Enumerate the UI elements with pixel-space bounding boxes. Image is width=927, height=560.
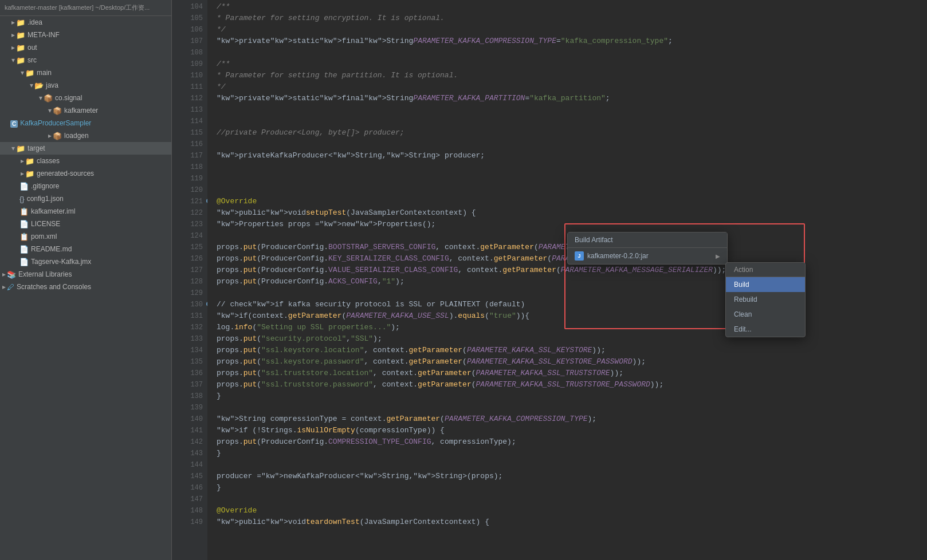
- line-number: 112: [179, 93, 203, 104]
- line-number: 142: [179, 436, 203, 448]
- out-icon: 📁: [16, 44, 25, 52]
- sidebar-item-generated-sources[interactable]: ▸📁generated-sources: [0, 167, 171, 180]
- line-number: 126: [179, 253, 203, 265]
- popup-jar-left: J kafkameter-0.2.0:jar: [575, 251, 649, 261]
- line-number: 116: [179, 139, 203, 150]
- code-area[interactable]: /** * Parameter for setting encryption. …: [207, 0, 927, 560]
- KafkaProducerSampler-label: KafkaProducerSampler: [20, 119, 91, 127]
- pom-xml-icon: 📋: [19, 232, 29, 241]
- main-icon: 📁: [25, 69, 34, 77]
- scratches-label: Scratches and Consoles: [17, 283, 91, 291]
- sidebar-item-target[interactable]: ▾📁target: [0, 142, 171, 155]
- line-number: 140: [179, 413, 203, 425]
- line-number: 127: [179, 265, 203, 276]
- sidebar-item-scratches[interactable]: ▸🖊Scratches and Consoles: [0, 281, 171, 293]
- line-number: 121: [179, 196, 203, 207]
- line-number: 106: [179, 24, 203, 36]
- code-line: "kw">private "kw">static "kw">final "kw"…: [217, 36, 927, 47]
- code-line: }: [217, 448, 927, 459]
- context-menu: Build Artifact J kafkameter-0.2.0:jar ▶ …: [567, 232, 728, 265]
- generated-sources-label: generated-sources: [37, 169, 94, 178]
- line-number: 115: [179, 127, 203, 139]
- sidebar-item-kafkameter-iml[interactable]: 📋kafkameter.iml: [0, 205, 171, 218]
- line-number: 128: [179, 276, 203, 287]
- sidebar-item-java[interactable]: ▾📂java: [0, 79, 171, 92]
- code-line: [217, 459, 927, 471]
- code-line: * Parameter for setting the partition. I…: [217, 70, 927, 81]
- sidebar-item-classes[interactable]: ▸📁classes: [0, 155, 171, 167]
- code-line: [217, 402, 927, 413]
- code-line: props.put("ssl.keystore.location", conte…: [217, 345, 927, 356]
- editor-content: 1041051061071081091101111121131141151161…: [172, 0, 927, 560]
- submenu-arrow-icon: ▶: [716, 253, 720, 259]
- gitignore-icon: 📄: [19, 182, 29, 191]
- line-number: 144: [179, 459, 203, 471]
- line-number: 123: [179, 219, 203, 230]
- sidebar-item-loadgen[interactable]: ▸📦loadgen: [0, 129, 171, 142]
- README-icon: 📄: [19, 245, 29, 254]
- sidebar-item-meta-inf[interactable]: ▸📁META-INF: [0, 29, 171, 41]
- line-number: 107: [179, 36, 203, 47]
- src-label: src: [28, 56, 37, 64]
- sidebar-item-config1[interactable]: {}config1.json: [0, 192, 171, 205]
- code-line: "kw">if(context.getParameter(PARAMETER_K…: [217, 310, 927, 322]
- sidebar-item-LICENSE[interactable]: 📄LICENSE: [0, 218, 171, 230]
- src-icon: 📁: [16, 56, 25, 65]
- out-label: out: [28, 44, 37, 52]
- line-number: 119: [179, 173, 203, 184]
- code-line: //private Producer<Long, byte[]> produce…: [217, 127, 927, 139]
- sidebar-item-Tagserve-Kafka[interactable]: 📄Tagserve-Kafka.jmx: [0, 255, 171, 268]
- action-rebuild[interactable]: Rebuild: [726, 292, 805, 307]
- Tagserve-Kafka-icon: 📄: [19, 258, 29, 266]
- code-line: [217, 104, 927, 116]
- popup-header: Build Artifact: [568, 232, 727, 248]
- popup-jar-item[interactable]: J kafkameter-0.2.0:jar ▶ Action Build Re…: [568, 248, 727, 264]
- LICENSE-icon: 📄: [19, 220, 29, 228]
- code-line: [217, 184, 927, 196]
- sidebar-item-out[interactable]: ▸📁out: [0, 41, 171, 54]
- line-number: 138: [179, 391, 203, 402]
- code-line: /**: [217, 1, 927, 13]
- sidebar-item-KafkaProducerSampler[interactable]: CKafkaProducerSampler: [0, 117, 171, 129]
- target-icon: 📁: [16, 144, 25, 153]
- sidebar-item-src[interactable]: ▾📁src: [0, 54, 171, 66]
- code-line: [217, 494, 927, 505]
- co-signal-icon: 📦: [44, 94, 53, 102]
- line-number: 134: [179, 345, 203, 356]
- line-number: 137: [179, 379, 203, 391]
- line-number: 149: [179, 516, 203, 528]
- sidebar-item-ext-libs[interactable]: ▸📚External Libraries: [0, 268, 171, 281]
- action-edit[interactable]: Edit...: [726, 322, 805, 337]
- sidebar-item-main[interactable]: ▾📁main: [0, 66, 171, 79]
- sidebar-item-co-signal[interactable]: ▾📦co.signal: [0, 92, 171, 104]
- line-number: 143: [179, 448, 203, 459]
- config1-icon: {}: [19, 195, 25, 203]
- action-clean[interactable]: Clean: [726, 307, 805, 322]
- code-line: props.put("security.protocol", "SSL");: [217, 333, 927, 345]
- line-number: 120: [179, 184, 203, 196]
- code-line: @Override: [217, 505, 927, 516]
- line-number: 147: [179, 494, 203, 505]
- action-build[interactable]: Build: [726, 277, 805, 292]
- line-number: 108: [179, 47, 203, 58]
- sidebar-item-gitignore[interactable]: 📄.gitignore: [0, 180, 171, 192]
- editor-area: 1041051061071081091101111121131141151161…: [172, 0, 927, 560]
- line-number: 136: [179, 368, 203, 379]
- code-line: "kw">if (!Strings.isNullOrEmpty(compress…: [217, 425, 927, 436]
- sidebar-item-kafkameter[interactable]: ▾📦kafkameter: [0, 104, 171, 117]
- code-line: * Parameter for setting encryption. It i…: [217, 13, 927, 24]
- sidebar-item-pom-xml[interactable]: 📋pom.xml: [0, 230, 171, 243]
- sidebar-item-README[interactable]: 📄README.md: [0, 243, 171, 255]
- action-submenu: Action Build Rebuild Clean Edit...: [725, 262, 806, 337]
- line-number: 135: [179, 356, 203, 368]
- line-number: 125: [179, 242, 203, 253]
- line-number: 139: [179, 402, 203, 413]
- sidebar-item-idea[interactable]: ▸📁.idea: [0, 16, 171, 29]
- kafkameter-icon: 📦: [53, 107, 62, 115]
- code-line: props.put(ProducerConfig.VALUE_SERIALIZE…: [217, 265, 927, 276]
- code-line: */: [217, 24, 927, 36]
- line-number: 148: [179, 505, 203, 516]
- code-line: [217, 47, 927, 58]
- code-line: props.put("ssl.truststore.location", con…: [217, 368, 927, 379]
- sidebar-header: kafkameter-master [kafkameter] ~/Desktop…: [0, 0, 171, 16]
